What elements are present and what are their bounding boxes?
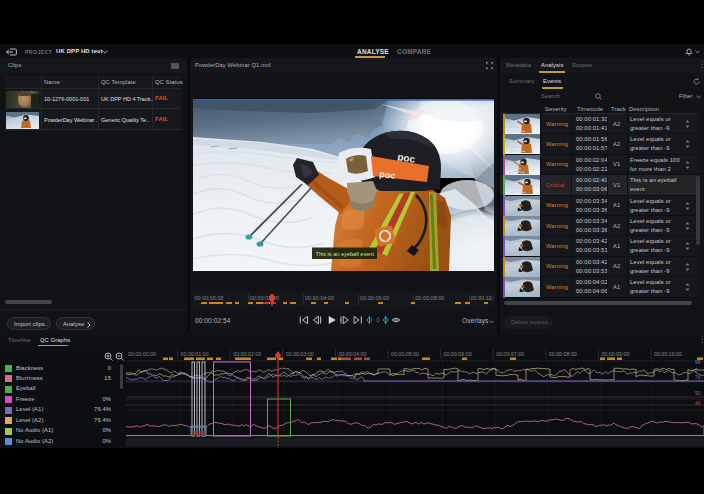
svg-text:00:00:05:00: 00:00:05:00: [391, 351, 419, 357]
svg-text:00:00:00:00: 00:00:00:00: [128, 351, 156, 357]
svg-text:99: 99: [695, 360, 701, 365]
svg-text:0: 0: [695, 368, 698, 373]
svg-text:00:00:07:00: 00:00:07:00: [496, 351, 524, 357]
svg-text:00:00:09:00: 00:00:09:00: [601, 351, 629, 357]
svg-text:00:00:03:00: 00:00:03:00: [286, 351, 314, 357]
svg-text:40: 40: [695, 401, 701, 406]
svg-text:00:00:06:00: 00:00:06:00: [444, 351, 472, 357]
svg-text:00:00:08:00: 00:00:08:00: [549, 351, 577, 357]
svg-text:00:00:10:00: 00:00:10:00: [654, 351, 682, 357]
svg-text:This is an eyeball event: This is an eyeball event: [316, 251, 375, 257]
svg-text:00:00:04:00: 00:00:04:00: [338, 351, 366, 357]
svg-text:50: 50: [695, 391, 701, 396]
svg-text:00:00:02:00: 00:00:02:00: [233, 351, 261, 357]
svg-text:poc: poc: [379, 169, 396, 181]
svg-text:00:00:01:00: 00:00:01:00: [181, 351, 209, 357]
svg-text:76: 76: [695, 375, 701, 380]
